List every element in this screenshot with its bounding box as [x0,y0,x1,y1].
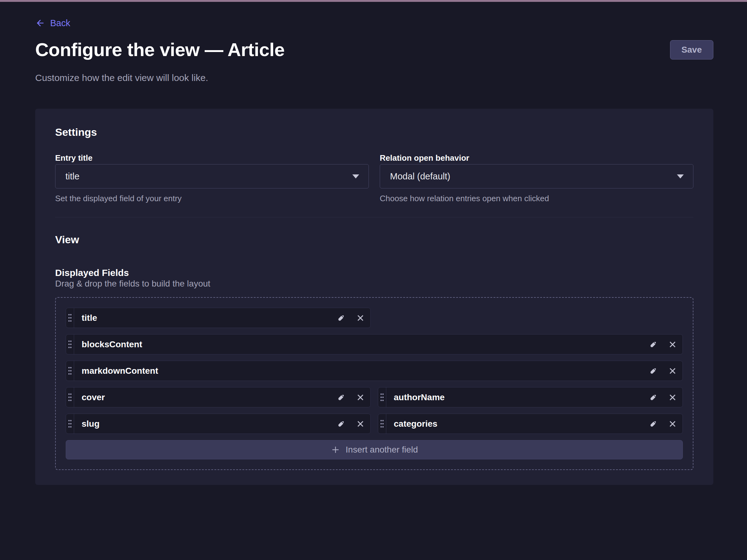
remove-field-button[interactable] [666,338,679,351]
relation-open-behavior-field: Relation open behavior Modal (default) C… [380,154,693,203]
remove-field-button[interactable] [666,418,679,430]
drag-dots-icon [68,366,72,375]
plus-icon [331,445,340,454]
arrow-left-icon [35,18,45,28]
remove-field-button[interactable] [354,312,367,324]
displayed-fields-title: Displayed Fields [55,268,693,278]
displayed-fields-hint: Drag & drop the fields to build the layo… [55,279,693,288]
field-row[interactable]: blocksContent [66,334,683,354]
field-name: blocksContent [74,340,647,349]
entry-title-field: Entry title title Set the displayed fiel… [55,154,369,203]
drag-handle[interactable] [66,414,74,433]
configure-view-page: Back Configure the view — Article Save C… [0,2,747,485]
field-actions [335,308,370,328]
pencil-icon [336,393,346,402]
field-row[interactable]: title [66,308,371,328]
field-actions [647,388,682,407]
drag-dots-icon [68,393,72,402]
settings-heading: Settings [55,126,693,139]
relation-open-behavior-hint: Choose how relation entries open when cl… [380,194,693,203]
entry-title-hint: Set the displayed field of your entry [55,194,369,203]
cross-icon [668,393,677,402]
edit-field-button[interactable] [647,418,660,430]
drag-handle[interactable] [378,414,386,433]
pencil-icon [336,313,346,323]
field-name: categories [386,419,647,429]
drag-handle[interactable] [66,361,74,381]
edit-field-button[interactable] [647,365,660,377]
section-divider [55,217,693,217]
field-name: title [74,313,335,323]
entry-title-value: title [66,171,79,182]
chevron-down-icon [352,175,359,179]
remove-field-button[interactable] [354,391,367,404]
field-row[interactable]: cover [66,387,371,407]
field-actions [335,414,370,433]
chevron-down-icon [677,175,684,179]
edit-field-button[interactable] [335,391,347,404]
entry-title-select[interactable]: title [55,164,369,188]
drag-dots-icon [380,419,384,428]
drag-dots-icon [68,419,72,428]
relation-open-behavior-select[interactable]: Modal (default) [380,164,693,188]
field-name: authorName [386,393,647,402]
cross-icon [356,393,365,402]
edit-field-button[interactable] [647,391,660,404]
pencil-icon [649,366,658,376]
cross-icon [356,419,365,429]
insert-field-button[interactable]: Insert another field [66,440,683,459]
relation-open-behavior-label: Relation open behavior [380,154,693,162]
page-title: Configure the view — Article [35,40,285,59]
cross-icon [668,419,677,429]
pencil-icon [649,419,658,429]
field-actions [647,361,682,381]
field-row[interactable]: authorName [378,387,683,407]
view-heading: View [55,233,693,246]
field-row[interactable]: categories [378,414,683,434]
insert-field-label: Insert another field [346,445,418,455]
field-actions [647,414,682,433]
cross-icon [668,340,677,349]
fields-grid: title [66,308,683,459]
remove-field-button[interactable] [354,418,367,430]
field-name: slug [74,419,335,429]
settings-grid: Entry title title Set the displayed fiel… [55,154,693,203]
field-row[interactable]: markdownContent [66,361,683,381]
remove-field-button[interactable] [666,365,679,377]
drag-handle[interactable] [66,388,74,407]
back-link[interactable]: Back [35,18,70,28]
drag-handle[interactable] [66,308,74,328]
page-header: Configure the view — Article Save [35,40,713,59]
cross-icon [668,366,677,376]
pencil-icon [336,419,346,429]
drag-handle[interactable] [378,388,386,407]
drag-dots-icon [68,313,72,322]
edit-field-button[interactable] [647,338,660,351]
field-actions [335,388,370,407]
field-name: markdownContent [74,366,647,376]
relation-open-behavior-value: Modal (default) [390,171,450,182]
drag-handle[interactable] [66,335,74,354]
edit-field-button[interactable] [335,312,347,324]
configuration-card: Settings Entry title title Set the displ… [35,109,713,485]
pencil-icon [649,393,658,402]
drag-dots-icon [68,340,72,349]
field-row[interactable]: slug [66,414,371,434]
back-label: Back [50,18,70,28]
drag-dots-icon [380,393,384,402]
page-subtitle: Customize how the edit view will look li… [35,73,713,83]
remove-field-button[interactable] [666,391,679,404]
edit-field-button[interactable] [335,418,347,430]
cross-icon [356,313,365,323]
field-actions [647,335,682,354]
save-button[interactable]: Save [670,40,713,59]
pencil-icon [649,340,658,349]
entry-title-label: Entry title [55,154,369,162]
fields-dropzone: title [55,297,693,470]
field-name: cover [74,393,335,402]
